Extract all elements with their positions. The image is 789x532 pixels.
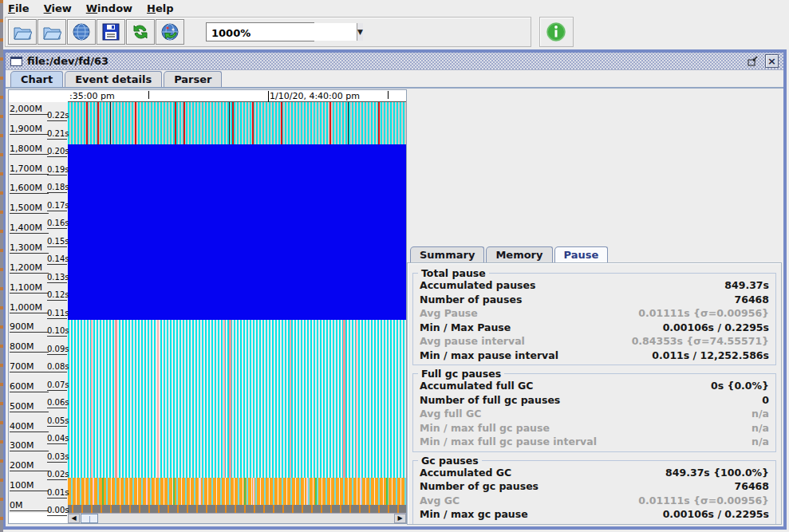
close-button[interactable]: ×	[765, 54, 779, 68]
watch-button[interactable]	[156, 19, 184, 45]
restore-button[interactable]	[747, 56, 759, 67]
pause-axis-label: 0.08s	[47, 362, 67, 372]
memory-axis-label: 800M	[10, 341, 49, 353]
stat-label: Number of full gc pauses	[420, 393, 560, 408]
tab-event-details[interactable]: Event details	[65, 71, 162, 87]
memory-axis-label: 100M	[10, 480, 49, 491]
stat-label: Avg GC	[420, 494, 460, 508]
pause-axis-label: 0.04s	[47, 434, 67, 444]
pause-axis-label: 0.15s	[47, 237, 67, 247]
zoom-combobox[interactable]: ▼	[206, 22, 314, 41]
pause-axis-label: 0.16s	[47, 219, 67, 229]
stat-label: Avg full GC	[420, 407, 481, 421]
internal-frame: file:/dev/fd/63 × ChartEvent detailsPars…	[2, 49, 787, 530]
stat-label: Avg Pause	[420, 306, 478, 321]
memory-axis-label: 300M	[10, 440, 49, 451]
chart-tab-content: :35:00 pm1/10/20, 4:40:00 pm 2,000M1,900…	[6, 89, 783, 526]
tab-chart[interactable]: Chart	[10, 71, 63, 87]
menu-window[interactable]: Window	[86, 2, 132, 14]
stat-row-avg-pause: Avg Pause0.01111s {σ=0.00956}	[420, 306, 769, 321]
stat-row-accumulated-full-gc: Accumulated full GC0s {0.0%}	[420, 379, 769, 393]
scroll-thumb[interactable]	[81, 514, 98, 523]
group-title: Total pause	[418, 267, 489, 279]
menu-file[interactable]: File	[8, 2, 30, 14]
stats-body: Total pauseAccumulated pauses849.37sNumb…	[407, 262, 782, 525]
stat-row-min-max-full-gc-pause: Min / max full gc pausen/a	[420, 421, 769, 435]
save-button[interactable]	[97, 19, 125, 45]
stat-value: n/a	[752, 421, 769, 435]
used-heap-band	[68, 144, 406, 320]
stat-label: Min / max full gc pause interval	[420, 435, 597, 449]
stat-row-accumulated-pauses: Accumulated pauses849.37s	[420, 278, 769, 293]
pause-lines-band	[68, 102, 406, 144]
stat-label: Min / max pause interval	[420, 349, 558, 363]
open-folder-button[interactable]	[37, 19, 66, 45]
stats-tab-pause[interactable]: Pause	[554, 246, 609, 262]
open-file-button[interactable]	[8, 19, 37, 45]
stat-row-min-max-pause-interval: Min / max pause interval0.011s / 12,252.…	[420, 349, 769, 363]
stat-value: n/a	[752, 435, 769, 449]
memory-axis-label: 1,000M	[10, 302, 49, 313]
memory-axis-label: 1,700M	[10, 164, 49, 175]
info-toolbar	[539, 17, 574, 47]
pause-axis-label: 0.05s	[47, 416, 67, 427]
memory-axis-label: 1,200M	[10, 262, 49, 274]
stat-label: Min / max gc pause	[420, 507, 528, 522]
stat-value: 76468	[735, 479, 770, 494]
pause-axis-label: 0.01s	[47, 488, 67, 499]
stat-label: Number of pauses	[420, 293, 522, 307]
stat-row-min-max-pause: Min / Max Pause0.00106s / 0.2295s	[420, 321, 769, 335]
chart-panel: :35:00 pm1/10/20, 4:40:00 pm 2,000M1,900…	[8, 89, 407, 524]
time-tick	[388, 91, 389, 99]
memory-axis-label: 0M	[10, 500, 49, 511]
stat-value: 849.37s {100.0%}	[665, 466, 769, 480]
window-title-bar[interactable]: file:/dev/fd/63 ×	[6, 53, 783, 70]
open-folder-icon	[42, 23, 61, 41]
zoom-dropdown-button[interactable]: ▼	[357, 23, 363, 41]
open-url-button[interactable]	[67, 19, 96, 45]
info-button[interactable]	[542, 19, 570, 45]
pause-axis-label: 0.09s	[47, 345, 67, 355]
zoom-input[interactable]	[207, 23, 357, 41]
stat-value: 0.00106s / 0.2295s	[663, 507, 769, 522]
menu-view[interactable]: View	[44, 2, 72, 14]
pause-axis-label: 0.22s	[47, 111, 67, 121]
window-icon	[10, 57, 22, 66]
scroll-left-button[interactable]: ◀	[68, 514, 80, 523]
horizontal-scrollbar[interactable]: ◀ ▶	[68, 513, 406, 523]
stat-label: Accumulated GC	[420, 466, 511, 480]
stat-label: Min / max full gc pause	[420, 421, 550, 435]
scroll-track[interactable]	[80, 514, 394, 523]
menu-help[interactable]: Help	[147, 2, 173, 14]
scroll-right-button[interactable]: ▶	[394, 514, 406, 523]
memory-axis-label: 400M	[10, 421, 49, 432]
memory-axis-label: 2,000M	[10, 104, 49, 115]
stat-value: n/a	[752, 407, 769, 421]
stats-tab-summary[interactable]: Summary	[410, 246, 484, 262]
pause-axis-label: 0.00s	[47, 506, 67, 516]
stats-tabs: SummaryMemoryPause	[407, 245, 782, 262]
refresh-button[interactable]	[126, 19, 155, 45]
pause-axis-label: 0.18s	[47, 183, 67, 193]
time-label: 1/10/20, 4:40:00 pm	[270, 91, 360, 101]
memory-axis-label: 1,900M	[10, 124, 49, 135]
pause-axis-label: 0.06s	[47, 398, 67, 408]
close-icon: ×	[767, 56, 776, 66]
stat-row-number-of-gc-pauses: Number of gc pauses76468	[420, 479, 769, 494]
stat-row-avg-gc: Avg GC0.01111s {σ=0.00956}	[420, 494, 769, 508]
pause-axis-label: 0.20s	[47, 147, 67, 157]
tenured-band	[68, 505, 406, 513]
memory-axis-label: 200M	[10, 460, 49, 471]
stats-tab-memory[interactable]: Memory	[486, 246, 552, 262]
memory-axis-label: 1,300M	[10, 242, 49, 254]
tab-parser[interactable]: Parser	[164, 71, 222, 87]
pause-axis-label: 0.12s	[47, 290, 67, 301]
young-gen-band	[68, 478, 406, 505]
open-file-icon	[13, 23, 32, 41]
memory-axis-label: 1,100M	[10, 282, 49, 294]
memory-axis-label: 1,500M	[10, 203, 49, 214]
stats-pane: SummaryMemoryPause Total pauseAccumulate…	[407, 245, 782, 525]
arrow-left-icon: ◀	[71, 515, 76, 522]
main-tabs: ChartEvent detailsParser	[6, 70, 783, 89]
time-tick	[148, 91, 149, 99]
